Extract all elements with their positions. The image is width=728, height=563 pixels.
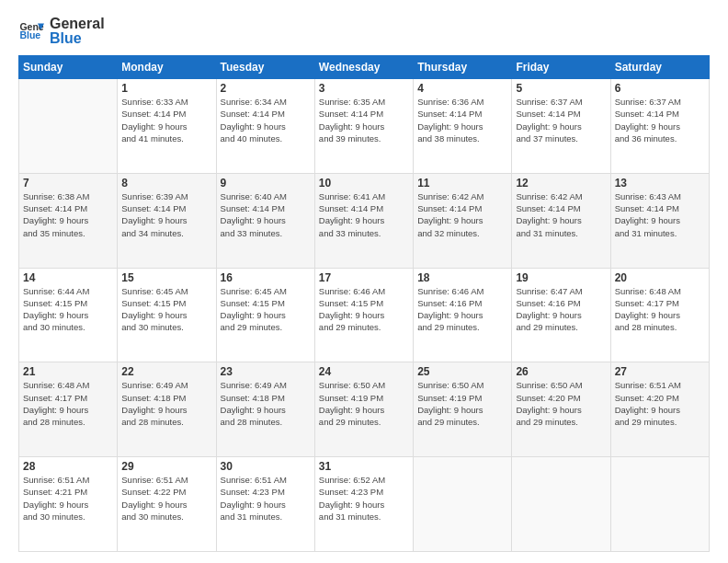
day-info: Sunrise: 6:49 AMSunset: 4:18 PMDaylight:… bbox=[121, 379, 211, 428]
calendar-week-row: 21Sunrise: 6:48 AMSunset: 4:17 PMDayligh… bbox=[19, 362, 710, 457]
calendar-cell: 16Sunrise: 6:45 AMSunset: 4:15 PMDayligh… bbox=[216, 268, 314, 362]
day-number: 11 bbox=[417, 177, 507, 190]
day-info: Sunrise: 6:50 AMSunset: 4:19 PMDaylight:… bbox=[319, 379, 409, 428]
day-number: 4 bbox=[417, 82, 507, 95]
day-info: Sunrise: 6:42 AMSunset: 4:14 PMDaylight:… bbox=[516, 190, 606, 239]
day-number: 15 bbox=[121, 271, 211, 284]
day-number: 13 bbox=[615, 177, 705, 190]
calendar-cell bbox=[19, 79, 118, 174]
day-info: Sunrise: 6:34 AMSunset: 4:14 PMDaylight:… bbox=[221, 96, 311, 144]
day-number: 22 bbox=[121, 365, 211, 378]
calendar-header-monday: Monday bbox=[118, 56, 216, 79]
calendar-cell: 8Sunrise: 6:39 AMSunset: 4:14 PMDaylight… bbox=[118, 173, 216, 268]
calendar-cell: 5Sunrise: 6:37 AMSunset: 4:14 PMDaylight… bbox=[512, 79, 610, 174]
day-info: Sunrise: 6:33 AMSunset: 4:14 PMDaylight:… bbox=[121, 96, 211, 144]
calendar-cell: 13Sunrise: 6:43 AMSunset: 4:14 PMDayligh… bbox=[610, 173, 709, 268]
day-info: Sunrise: 6:51 AMSunset: 4:20 PMDaylight:… bbox=[615, 379, 705, 428]
day-info: Sunrise: 6:47 AMSunset: 4:16 PMDaylight:… bbox=[516, 285, 606, 334]
calendar-table: SundayMondayTuesdayWednesdayThursdayFrid… bbox=[18, 55, 710, 552]
calendar-cell: 18Sunrise: 6:46 AMSunset: 4:16 PMDayligh… bbox=[414, 268, 512, 362]
day-number: 18 bbox=[417, 271, 507, 284]
day-number: 19 bbox=[516, 271, 606, 284]
calendar-cell bbox=[610, 457, 709, 552]
calendar-header-thursday: Thursday bbox=[414, 56, 512, 79]
calendar-cell: 7Sunrise: 6:38 AMSunset: 4:14 PMDaylight… bbox=[19, 173, 118, 268]
calendar-cell: 1Sunrise: 6:33 AMSunset: 4:14 PMDaylight… bbox=[118, 79, 216, 174]
calendar-cell: 17Sunrise: 6:46 AMSunset: 4:15 PMDayligh… bbox=[314, 268, 413, 362]
calendar-week-row: 28Sunrise: 6:51 AMSunset: 4:21 PMDayligh… bbox=[19, 457, 710, 552]
calendar-cell: 3Sunrise: 6:35 AMSunset: 4:14 PMDaylight… bbox=[314, 79, 413, 174]
day-number: 8 bbox=[121, 177, 211, 190]
day-number: 27 bbox=[615, 365, 705, 378]
calendar-cell: 6Sunrise: 6:37 AMSunset: 4:14 PMDaylight… bbox=[610, 79, 709, 174]
day-info: Sunrise: 6:40 AMSunset: 4:14 PMDaylight:… bbox=[221, 190, 311, 239]
logo-icon: General Blue bbox=[18, 18, 44, 44]
page: General Blue General Blue SundayMondayTu… bbox=[0, 0, 728, 563]
day-info: Sunrise: 6:50 AMSunset: 4:20 PMDaylight:… bbox=[516, 379, 606, 428]
calendar-week-row: 1Sunrise: 6:33 AMSunset: 4:14 PMDaylight… bbox=[19, 79, 710, 174]
day-info: Sunrise: 6:42 AMSunset: 4:14 PMDaylight:… bbox=[417, 190, 507, 239]
day-number: 26 bbox=[516, 365, 606, 378]
day-info: Sunrise: 6:46 AMSunset: 4:16 PMDaylight:… bbox=[417, 285, 507, 334]
calendar-header-sunday: Sunday bbox=[19, 56, 118, 79]
day-info: Sunrise: 6:37 AMSunset: 4:14 PMDaylight:… bbox=[516, 96, 606, 144]
calendar-cell: 20Sunrise: 6:48 AMSunset: 4:17 PMDayligh… bbox=[610, 268, 709, 362]
calendar-cell: 24Sunrise: 6:50 AMSunset: 4:19 PMDayligh… bbox=[314, 362, 413, 457]
day-info: Sunrise: 6:43 AMSunset: 4:14 PMDaylight:… bbox=[615, 190, 705, 239]
calendar-cell: 15Sunrise: 6:45 AMSunset: 4:15 PMDayligh… bbox=[118, 268, 216, 362]
calendar-cell: 2Sunrise: 6:34 AMSunset: 4:14 PMDaylight… bbox=[216, 79, 314, 174]
calendar-cell: 21Sunrise: 6:48 AMSunset: 4:17 PMDayligh… bbox=[19, 362, 118, 457]
calendar-cell: 12Sunrise: 6:42 AMSunset: 4:14 PMDayligh… bbox=[512, 173, 610, 268]
logo-line2: Blue bbox=[50, 31, 105, 46]
calendar-week-row: 14Sunrise: 6:44 AMSunset: 4:15 PMDayligh… bbox=[19, 268, 710, 362]
calendar-cell: 27Sunrise: 6:51 AMSunset: 4:20 PMDayligh… bbox=[610, 362, 709, 457]
day-number: 17 bbox=[319, 271, 409, 284]
day-info: Sunrise: 6:41 AMSunset: 4:14 PMDaylight:… bbox=[319, 190, 409, 239]
day-number: 23 bbox=[221, 365, 311, 378]
day-number: 24 bbox=[319, 365, 409, 378]
day-number: 28 bbox=[23, 460, 113, 473]
day-info: Sunrise: 6:45 AMSunset: 4:15 PMDaylight:… bbox=[121, 285, 211, 334]
day-number: 9 bbox=[221, 177, 311, 190]
day-number: 21 bbox=[23, 365, 113, 378]
day-info: Sunrise: 6:46 AMSunset: 4:15 PMDaylight:… bbox=[319, 285, 409, 334]
calendar-header-row: SundayMondayTuesdayWednesdayThursdayFrid… bbox=[19, 56, 710, 79]
calendar-cell: 23Sunrise: 6:49 AMSunset: 4:18 PMDayligh… bbox=[216, 362, 314, 457]
svg-text:Blue: Blue bbox=[19, 29, 40, 40]
header: General Blue General Blue bbox=[18, 17, 710, 46]
calendar-cell: 28Sunrise: 6:51 AMSunset: 4:21 PMDayligh… bbox=[19, 457, 118, 552]
day-info: Sunrise: 6:45 AMSunset: 4:15 PMDaylight:… bbox=[221, 285, 311, 334]
day-info: Sunrise: 6:48 AMSunset: 4:17 PMDaylight:… bbox=[23, 379, 113, 428]
day-info: Sunrise: 6:38 AMSunset: 4:14 PMDaylight:… bbox=[23, 190, 113, 239]
day-info: Sunrise: 6:51 AMSunset: 4:23 PMDaylight:… bbox=[221, 474, 311, 523]
day-info: Sunrise: 6:44 AMSunset: 4:15 PMDaylight:… bbox=[23, 285, 113, 334]
day-number: 12 bbox=[516, 177, 606, 190]
calendar-cell: 11Sunrise: 6:42 AMSunset: 4:14 PMDayligh… bbox=[414, 173, 512, 268]
day-number: 16 bbox=[221, 271, 311, 284]
logo: General Blue General Blue bbox=[18, 17, 105, 46]
calendar-cell: 25Sunrise: 6:50 AMSunset: 4:19 PMDayligh… bbox=[414, 362, 512, 457]
day-number: 20 bbox=[615, 271, 705, 284]
day-number: 5 bbox=[516, 82, 606, 95]
calendar-header-friday: Friday bbox=[512, 56, 610, 79]
calendar-cell: 19Sunrise: 6:47 AMSunset: 4:16 PMDayligh… bbox=[512, 268, 610, 362]
calendar-cell: 14Sunrise: 6:44 AMSunset: 4:15 PMDayligh… bbox=[19, 268, 118, 362]
day-info: Sunrise: 6:51 AMSunset: 4:21 PMDaylight:… bbox=[23, 474, 113, 523]
day-info: Sunrise: 6:37 AMSunset: 4:14 PMDaylight:… bbox=[615, 96, 705, 144]
day-info: Sunrise: 6:50 AMSunset: 4:19 PMDaylight:… bbox=[417, 379, 507, 428]
calendar-cell: 22Sunrise: 6:49 AMSunset: 4:18 PMDayligh… bbox=[118, 362, 216, 457]
calendar-cell bbox=[414, 457, 512, 552]
day-info: Sunrise: 6:48 AMSunset: 4:17 PMDaylight:… bbox=[615, 285, 705, 334]
day-number: 6 bbox=[615, 82, 705, 95]
logo-line1: General bbox=[50, 17, 105, 31]
day-number: 3 bbox=[319, 82, 409, 95]
day-number: 30 bbox=[221, 460, 311, 473]
calendar-cell: 29Sunrise: 6:51 AMSunset: 4:22 PMDayligh… bbox=[118, 457, 216, 552]
day-number: 14 bbox=[23, 271, 113, 284]
calendar-cell: 26Sunrise: 6:50 AMSunset: 4:20 PMDayligh… bbox=[512, 362, 610, 457]
day-info: Sunrise: 6:49 AMSunset: 4:18 PMDaylight:… bbox=[221, 379, 311, 428]
day-number: 2 bbox=[221, 82, 311, 95]
calendar-cell: 4Sunrise: 6:36 AMSunset: 4:14 PMDaylight… bbox=[414, 79, 512, 174]
calendar-header-tuesday: Tuesday bbox=[216, 56, 314, 79]
day-number: 10 bbox=[319, 177, 409, 190]
